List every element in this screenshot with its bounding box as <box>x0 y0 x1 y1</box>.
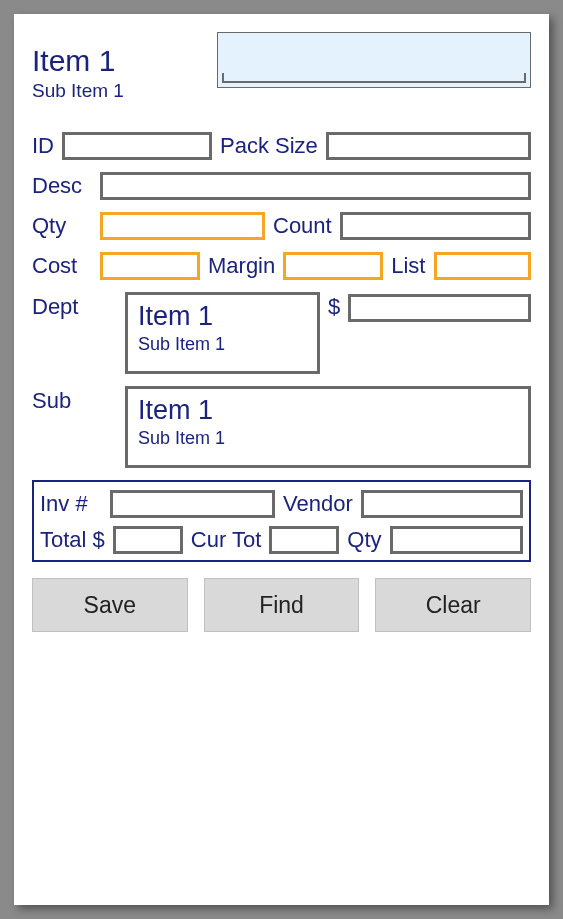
row-dept: Dept Item 1 Sub Item 1 $ <box>32 292 531 374</box>
list-label: List <box>391 253 425 279</box>
dollar-label: $ <box>328 292 340 320</box>
desc-field[interactable] <box>100 172 531 200</box>
desc-label: Desc <box>32 173 92 199</box>
total-dollar-label: Total $ <box>40 527 105 553</box>
sub-box-title: Item 1 <box>138 395 518 426</box>
sub-box-subtitle: Sub Item 1 <box>138 428 518 449</box>
row-id-pack: ID Pack Size <box>32 132 531 160</box>
id-label: ID <box>32 133 54 159</box>
sub-label: Sub <box>32 386 117 414</box>
inv-no-field[interactable] <box>110 490 275 518</box>
button-row: Save Find Clear <box>32 578 531 632</box>
inv-no-label: Inv # <box>40 491 102 517</box>
header-subtitle: Sub Item 1 <box>32 80 207 102</box>
dept-picker[interactable]: Item 1 Sub Item 1 <box>125 292 320 374</box>
row-inv-vendor: Inv # Vendor <box>40 490 523 518</box>
inv-qty-field[interactable] <box>390 526 523 554</box>
row-desc: Desc <box>32 172 531 200</box>
id-field[interactable] <box>62 132 212 160</box>
find-button[interactable]: Find <box>204 578 360 632</box>
cur-tot-field[interactable] <box>269 526 339 554</box>
qty-label: Qty <box>32 213 92 239</box>
cost-field[interactable] <box>100 252 200 280</box>
row-qty-count: Qty Count <box>32 212 531 240</box>
pack-size-label: Pack Size <box>220 133 318 159</box>
header-left: Item 1 Sub Item 1 <box>32 32 207 102</box>
clear-button[interactable]: Clear <box>375 578 531 632</box>
total-dollar-field[interactable] <box>113 526 183 554</box>
cur-tot-label: Cur Tot <box>191 527 262 553</box>
list-field[interactable] <box>434 252 532 280</box>
margin-label: Margin <box>208 253 275 279</box>
count-label: Count <box>273 213 332 239</box>
margin-field[interactable] <box>283 252 383 280</box>
row-sub: Sub Item 1 Sub Item 1 <box>32 386 531 468</box>
count-field[interactable] <box>340 212 531 240</box>
row-cost-margin-list: Cost Margin List <box>32 252 531 280</box>
dept-box-title: Item 1 <box>138 301 307 332</box>
vendor-label: Vendor <box>283 491 353 517</box>
dept-box-subtitle: Sub Item 1 <box>138 334 307 355</box>
vendor-field[interactable] <box>361 490 523 518</box>
qty-field[interactable] <box>100 212 265 240</box>
row-total-curtot-qty: Total $ Cur Tot Qty <box>40 526 523 554</box>
dept-label: Dept <box>32 292 117 320</box>
pack-size-field[interactable] <box>326 132 531 160</box>
dollar-field[interactable] <box>348 294 531 322</box>
header-search-input[interactable] <box>217 32 531 88</box>
header-title: Item 1 <box>32 44 207 78</box>
header-row: Item 1 Sub Item 1 <box>32 32 531 102</box>
inv-qty-label: Qty <box>347 527 381 553</box>
form-panel: Item 1 Sub Item 1 ID Pack Size Desc Qty … <box>14 14 549 905</box>
invoice-section: Inv # Vendor Total $ Cur Tot Qty <box>32 480 531 562</box>
cost-label: Cost <box>32 253 92 279</box>
save-button[interactable]: Save <box>32 578 188 632</box>
sub-picker[interactable]: Item 1 Sub Item 1 <box>125 386 531 468</box>
